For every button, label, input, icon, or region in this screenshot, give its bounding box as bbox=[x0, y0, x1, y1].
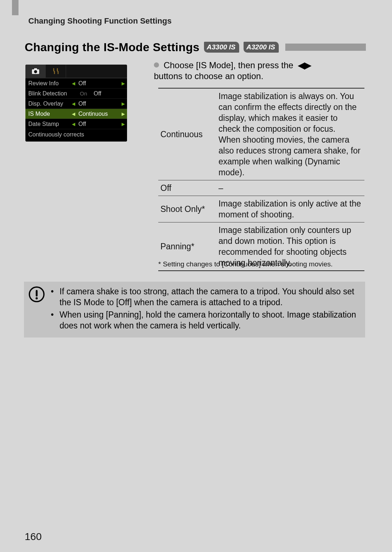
option-desc: Image stabilization is only active at th… bbox=[216, 196, 364, 222]
camera-row-blink-detection: Blink Detection On Off bbox=[25, 89, 127, 99]
section-title-row: Changing the IS-Mode Settings A3300 IS A… bbox=[25, 39, 366, 55]
is-mode-options-table: Continuous Image stabilization is always… bbox=[158, 88, 364, 271]
instruction-line-1a: Choose [IS Mode], then press the bbox=[164, 60, 296, 70]
option-name: Continuous bbox=[158, 88, 216, 180]
instruction-line-1b: buttons to choose an option. bbox=[154, 71, 264, 81]
camera-row-date-stamp: Date Stamp ◀ Off ▶ bbox=[25, 119, 127, 129]
camera-row-label: IS Mode bbox=[28, 111, 72, 117]
camera-row-value: Continuous bbox=[72, 111, 124, 117]
svg-point-2 bbox=[34, 70, 37, 73]
notice-item: •When using [Panning], hold the camera h… bbox=[51, 309, 359, 331]
breadcrumb: Changing Shooting Function Settings bbox=[28, 16, 172, 26]
camera-menu-help: Continuously corrects bbox=[25, 129, 127, 142]
table-row: Shoot Only* Image stabilization is only … bbox=[158, 196, 364, 222]
camera-row-disp-overlay: Disp. Overlay ◀ Off ▶ bbox=[25, 99, 127, 109]
chevron-right-icon: ▶ bbox=[122, 111, 125, 116]
chevron-right-icon: ▶ bbox=[122, 122, 125, 127]
option-name: Shoot Only* bbox=[158, 196, 216, 222]
bullet-icon: • bbox=[51, 286, 56, 308]
camera-menu-tabs bbox=[25, 65, 127, 78]
camera-row-value: Off bbox=[72, 101, 124, 107]
svg-rect-4 bbox=[36, 290, 38, 297]
chevron-right-icon: ▶ bbox=[122, 101, 125, 106]
left-right-arrows-icon: ◀▶ bbox=[298, 60, 311, 71]
camera-tab-tools bbox=[46, 65, 66, 78]
option-desc: – bbox=[216, 180, 364, 196]
model-badge-2: A3200 IS bbox=[244, 42, 279, 53]
camera-row-value: Off bbox=[72, 121, 124, 127]
camera-row-value: Off bbox=[72, 80, 124, 87]
table-footnote: * Setting changes to [Continuous] when s… bbox=[158, 260, 364, 269]
notice-text: If camera shake is too strong, attach th… bbox=[60, 286, 359, 308]
svg-rect-1 bbox=[34, 68, 37, 70]
camera-icon bbox=[31, 68, 40, 75]
chevron-right-icon: ▶ bbox=[122, 81, 125, 86]
camera-menu-rows: Review Info ◀ Off ▶ Blink Detection On O… bbox=[25, 78, 127, 129]
tools-icon bbox=[52, 68, 60, 75]
camera-row-label: Disp. Overlay bbox=[28, 101, 72, 107]
svg-point-5 bbox=[36, 297, 38, 299]
camera-menu-screenshot: Review Info ◀ Off ▶ Blink Detection On O… bbox=[25, 65, 127, 142]
table-row: Off – bbox=[158, 180, 364, 196]
caution-icon bbox=[28, 286, 45, 303]
camera-tab-shooting bbox=[25, 65, 46, 78]
instruction-bullet-icon bbox=[154, 62, 159, 68]
page-number: 160 bbox=[25, 531, 42, 543]
camera-row-label: Date Stamp bbox=[28, 121, 72, 127]
camera-row-value: Off bbox=[72, 90, 124, 97]
model-badge-1: A3300 IS bbox=[204, 42, 239, 53]
camera-row-is-mode: IS Mode ◀ Continuous ▶ bbox=[25, 109, 127, 119]
camera-row-review-info: Review Info ◀ Off ▶ bbox=[25, 78, 127, 89]
notice-list: •If camera shake is too strong, attach t… bbox=[51, 286, 359, 332]
option-name: Off bbox=[158, 180, 216, 196]
camera-row-label: Review Info bbox=[28, 80, 72, 87]
notice-item: •If camera shake is too strong, attach t… bbox=[51, 286, 359, 308]
section-title: Changing the IS-Mode Settings bbox=[25, 41, 200, 54]
page: Changing Shooting Function Settings Chan… bbox=[0, 0, 392, 552]
notice-box: •If camera shake is too strong, attach t… bbox=[24, 282, 365, 338]
title-bar-extension bbox=[285, 44, 366, 51]
table-row: Continuous Image stabilization is always… bbox=[158, 88, 364, 180]
instruction-block: Choose [IS Mode], then press the ◀▶ butt… bbox=[154, 60, 364, 82]
section-tab-marker bbox=[12, 0, 19, 15]
camera-row-label: Blink Detection bbox=[28, 90, 72, 97]
bullet-icon: • bbox=[51, 309, 56, 331]
notice-text: When using [Panning], hold the camera ho… bbox=[60, 309, 359, 331]
option-desc: Image stabilization is always on. You ca… bbox=[216, 88, 364, 180]
